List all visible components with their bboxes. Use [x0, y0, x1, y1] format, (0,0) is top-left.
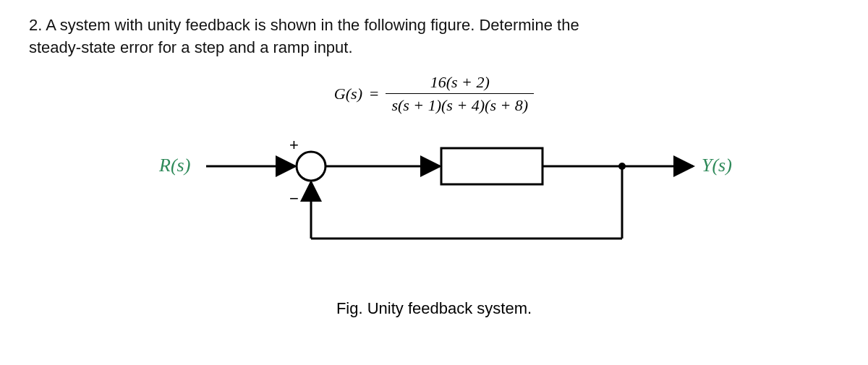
block-diagram: R(s) + − G(s) Y(s)	[72, 130, 796, 296]
problem-text: 2. A system with unity feedback is shown…	[29, 14, 839, 59]
eq-fraction: 16(s + 2) s(s + 1)(s + 4)(s + 8)	[386, 72, 534, 116]
eq-fraction-bar	[386, 93, 534, 94]
transfer-function-equation: G(s) = 16(s + 2) s(s + 1)(s + 4)(s + 8)	[29, 72, 839, 116]
problem-line2: steady-state error for a step and a ramp…	[29, 38, 353, 56]
eq-equals: =	[370, 85, 378, 103]
eq-lhs: G(s)	[334, 85, 362, 103]
summing-junction	[297, 152, 326, 181]
diagram-svg	[72, 130, 796, 275]
problem-line1: A system with unity feedback is shown in…	[46, 16, 579, 34]
problem-number: 2.	[29, 16, 46, 34]
eq-denominator: s(s + 1)(s + 4)(s + 8)	[386, 95, 534, 116]
gs-block	[441, 148, 542, 184]
eq-numerator: 16(s + 2)	[425, 72, 495, 93]
figure-caption: Fig. Unity feedback system.	[29, 299, 839, 318]
